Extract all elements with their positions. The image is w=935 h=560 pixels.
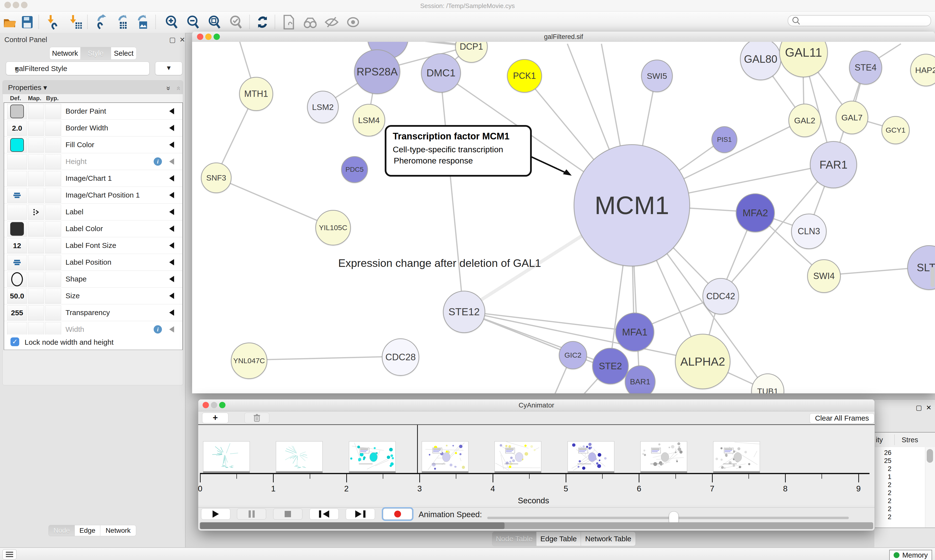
property-bypass-cell[interactable] xyxy=(45,137,61,152)
zoom-fit-icon[interactable] xyxy=(207,14,222,30)
network-node-MFA2[interactable]: MFA2 xyxy=(736,194,775,232)
expand-row-icon[interactable] xyxy=(169,326,174,332)
style-options-button[interactable]: ▼ xyxy=(155,62,182,75)
table-cell-value[interactable]: 2 xyxy=(874,465,892,473)
table-cell-value[interactable]: 2 xyxy=(874,497,892,505)
network-node-GAL2[interactable]: GAL2 xyxy=(788,104,821,137)
task-history-button[interactable] xyxy=(2,549,17,560)
property-default-cell[interactable] xyxy=(7,255,27,270)
annotation-link-2[interactable]: Pheromone response xyxy=(394,156,473,165)
property-default-cell[interactable] xyxy=(7,137,27,152)
frame-thumbnail-1[interactable] xyxy=(203,441,250,471)
refresh-network-icon[interactable] xyxy=(255,14,270,30)
property-mapping-cell[interactable] xyxy=(28,104,44,119)
tab-node-table[interactable]: Node Table xyxy=(492,532,536,546)
expand-all-icon[interactable]: » xyxy=(165,86,173,87)
zoom-out-icon[interactable] xyxy=(185,14,201,30)
save-session-icon[interactable] xyxy=(20,14,35,30)
network-node-YIL105C[interactable]: YIL105C xyxy=(315,210,351,245)
tab-select[interactable]: Select xyxy=(111,47,137,60)
property-default-cell[interactable] xyxy=(7,205,27,220)
network-node-STE2[interactable]: STE2 xyxy=(592,348,629,385)
tab-network-style[interactable]: Network xyxy=(100,525,136,536)
property-default-cell[interactable] xyxy=(7,171,27,186)
property-default-cell[interactable] xyxy=(7,322,27,335)
info-icon[interactable]: i xyxy=(154,325,162,334)
property-bypass-cell[interactable] xyxy=(45,289,61,304)
expand-row-icon[interactable] xyxy=(169,192,174,198)
network-node-MFA1[interactable]: MFA1 xyxy=(615,312,654,352)
tab-network[interactable]: Network xyxy=(49,47,80,60)
expand-row-icon[interactable] xyxy=(169,309,174,316)
expand-row-icon[interactable] xyxy=(169,242,174,249)
network-node-SNF3[interactable]: SNF3 xyxy=(201,163,231,193)
info-icon[interactable]: i xyxy=(154,157,162,166)
table-cell-value[interactable]: 26 xyxy=(874,449,892,457)
property-mapping-cell[interactable] xyxy=(28,272,44,287)
property-bypass-cell[interactable] xyxy=(45,188,61,203)
zoom-in-icon[interactable] xyxy=(164,14,179,30)
frame-thumbnail-2[interactable] xyxy=(276,441,322,471)
export-network-icon[interactable] xyxy=(94,14,110,30)
expand-row-icon[interactable] xyxy=(169,158,174,165)
expand-row-icon[interactable] xyxy=(169,226,174,232)
network-node-GAL80[interactable]: GAL80 xyxy=(740,42,781,80)
annotation-link-1[interactable]: Cell-type-specific transcription xyxy=(393,145,503,154)
network-node-HAP2[interactable]: HAP2 xyxy=(910,54,935,86)
property-mapping-cell[interactable] xyxy=(28,171,44,186)
close-table-icon[interactable]: ✕ xyxy=(926,404,932,412)
open-session-icon[interactable] xyxy=(2,14,18,30)
animation-speed-slider[interactable] xyxy=(487,517,849,519)
property-mapping-cell[interactable] xyxy=(28,205,44,220)
property-mapping-cell[interactable] xyxy=(28,121,44,136)
property-bypass-cell[interactable] xyxy=(45,255,61,270)
tab-style[interactable]: Style xyxy=(80,47,111,60)
hide-graphics-icon[interactable] xyxy=(324,14,339,30)
property-bypass-cell[interactable] xyxy=(45,205,61,220)
tab-edge-table[interactable]: Edge Table xyxy=(536,532,581,546)
expand-row-icon[interactable] xyxy=(169,259,174,265)
network-node-CDC28[interactable]: CDC28 xyxy=(382,338,419,376)
network-node-CLN3[interactable]: CLN3 xyxy=(791,214,827,249)
property-mapping-cell[interactable] xyxy=(28,289,44,304)
property-mapping-cell[interactable] xyxy=(28,154,44,169)
close-panel-icon[interactable]: ✕ xyxy=(179,36,185,44)
property-default-cell[interactable]: 255 xyxy=(7,305,27,320)
network-node-MCM1[interactable]: MCM1 xyxy=(574,144,690,266)
annotation-box[interactable]: Transcription factor MCM1 Cell-type-spec… xyxy=(385,125,532,177)
play-button[interactable] xyxy=(201,508,230,520)
expand-row-icon[interactable] xyxy=(169,142,174,148)
property-row[interactable]: 255 Transparency i xyxy=(4,304,182,321)
network-node-GAL11[interactable]: GAL11 xyxy=(779,42,828,77)
network-node-STE4[interactable]: STE4 xyxy=(849,51,882,85)
table-values[interactable]: 26252122222 xyxy=(874,447,925,528)
expand-row-icon[interactable] xyxy=(169,293,174,299)
table-cell-value[interactable]: 1 xyxy=(874,473,892,481)
property-bypass-cell[interactable] xyxy=(45,322,61,335)
network-window-titlebar[interactable]: galFiltered.sif xyxy=(192,32,935,42)
property-row[interactable]: Label i xyxy=(4,204,182,220)
last-frame-button[interactable] xyxy=(346,508,375,520)
property-row[interactable]: Image/Chart Position 1 i xyxy=(4,187,182,204)
property-mapping-cell[interactable] xyxy=(28,238,44,253)
property-row[interactable]: Label Position i xyxy=(4,254,182,271)
style-selector[interactable]: galFiltered Style ▾ xyxy=(6,62,150,75)
network-node-MTH1[interactable]: MTH1 xyxy=(239,77,273,111)
property-mapping-cell[interactable] xyxy=(28,322,44,335)
network-node-TUB1[interactable]: TUB1 xyxy=(751,374,784,393)
network-node-LSM2[interactable]: LSM2 xyxy=(307,91,339,123)
property-row[interactable]: 2.0 Border Width i xyxy=(4,120,182,137)
float-table-icon[interactable]: ▢ xyxy=(916,404,922,412)
network-canvas[interactable]: RPS28BDCP1RPS28ADMC1PCK1SWI5GAL80GAL11ST… xyxy=(192,42,935,393)
network-node-SWI4[interactable]: SWI4 xyxy=(807,259,841,293)
table-cell-value[interactable]: 2 xyxy=(874,489,892,497)
expand-row-icon[interactable] xyxy=(169,108,174,114)
network-node-YNL047C[interactable]: YNL047C xyxy=(231,343,267,379)
property-bypass-cell[interactable] xyxy=(45,272,61,287)
search-network-icon[interactable] xyxy=(302,14,318,30)
network-node-RPS28A[interactable]: RPS28A xyxy=(354,49,400,94)
properties-header[interactable]: Properties ▾ » « xyxy=(3,80,183,94)
expand-row-icon[interactable] xyxy=(169,209,174,215)
network-node-GAL7[interactable]: GAL7 xyxy=(836,101,868,134)
network-node-FAR1[interactable]: FAR1 xyxy=(810,141,857,188)
